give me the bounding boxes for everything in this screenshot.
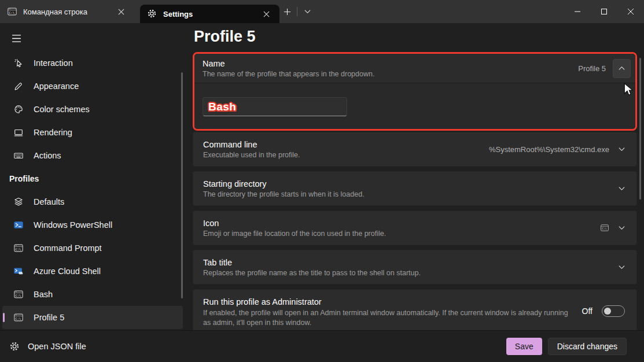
setting-description: Executable used in the profile. bbox=[203, 151, 300, 159]
name-setting-expanded-area: Bash bbox=[194, 83, 635, 129]
close-tab-icon[interactable] bbox=[260, 8, 273, 20]
pointer-icon bbox=[13, 58, 24, 68]
footer-bar: Open JSON file Save Discard changes bbox=[0, 330, 644, 362]
chevron-down-icon bbox=[619, 226, 625, 230]
titlebar: C:\ Командная строка Settings bbox=[0, 0, 644, 23]
setting-label: Command line bbox=[203, 140, 300, 149]
svg-text:C:\: C:\ bbox=[9, 11, 14, 14]
profiles-section-header: Profiles bbox=[0, 167, 191, 190]
powershell-icon bbox=[13, 220, 24, 230]
open-json-file-button[interactable]: Open JSON file bbox=[9, 341, 86, 352]
tab-settings[interactable]: Settings bbox=[140, 5, 279, 23]
chevron-down-icon bbox=[619, 186, 625, 191]
sidebar-item-rendering[interactable]: Rendering bbox=[2, 121, 183, 144]
sidebar-item-label: Command Prompt bbox=[34, 243, 102, 253]
page-title: Profile 5 bbox=[194, 28, 256, 46]
icon-setting-expander[interactable]: Icon Emoji or image file location of the… bbox=[193, 210, 637, 245]
sidebar-item-profile-5[interactable]: C:\ Profile 5 bbox=[2, 306, 183, 329]
close-tab-icon[interactable] bbox=[115, 5, 127, 18]
svg-text:C:\: C:\ bbox=[602, 227, 607, 230]
tab-label: Settings bbox=[163, 10, 254, 19]
layers-icon bbox=[13, 197, 24, 207]
sidebar-item-command-prompt[interactable]: C:\ Command Prompt bbox=[2, 237, 183, 260]
sidebar-item-label: Windows PowerShell bbox=[34, 220, 112, 230]
paintbrush-icon bbox=[13, 81, 24, 91]
new-tab-button[interactable] bbox=[279, 4, 295, 19]
tab-title-setting-expander[interactable]: Tab title Replaces the profile name as t… bbox=[193, 250, 637, 285]
starting-directory-setting-expander[interactable]: Starting directory The directory the pro… bbox=[193, 171, 637, 206]
open-json-file-label: Open JSON file bbox=[28, 342, 86, 351]
profile-name-input-value: Bash bbox=[208, 101, 236, 113]
svg-text:C:\: C:\ bbox=[16, 248, 21, 251]
sidebar-item-actions[interactable]: Actions bbox=[2, 144, 183, 167]
tab-command-prompt[interactable]: C:\ Командная строка bbox=[0, 0, 134, 23]
setting-label: Run this profile as Administrator bbox=[203, 297, 571, 306]
maximize-button[interactable] bbox=[591, 0, 617, 23]
tab-label: Командная строка bbox=[23, 8, 109, 16]
sidebar-item-label: Appearance bbox=[34, 82, 79, 91]
chevron-down-icon bbox=[619, 265, 625, 269]
setting-description: The directory the profile starts in when… bbox=[203, 190, 365, 198]
sidebar-item-label: Defaults bbox=[34, 197, 64, 206]
azure-cloud-shell-icon bbox=[13, 266, 24, 276]
sidebar-item-appearance[interactable]: Appearance bbox=[2, 75, 183, 98]
sidebar-item-label: Interaction bbox=[34, 58, 73, 68]
sidebar-item-label: Color schemes bbox=[34, 105, 90, 114]
hamburger-menu-icon[interactable] bbox=[8, 30, 24, 46]
minimize-button[interactable] bbox=[564, 0, 591, 23]
sidebar-item-label: Actions bbox=[34, 151, 61, 160]
settings-sidebar: Interaction Appearance Color schemes Ren… bbox=[0, 23, 191, 330]
gear-icon bbox=[147, 9, 157, 19]
monitor-icon bbox=[13, 127, 24, 138]
sidebar-nav: Interaction Appearance Color schemes Ren… bbox=[0, 51, 191, 329]
chevron-up-icon bbox=[619, 66, 625, 71]
mouse-cursor-icon bbox=[624, 83, 635, 97]
setting-label: Tab title bbox=[203, 258, 421, 267]
setting-label: Starting directory bbox=[203, 179, 365, 189]
cmd-icon: C:\ bbox=[13, 312, 24, 323]
sidebar-item-azure-cloud-shell[interactable]: Azure Cloud Shell bbox=[2, 260, 183, 283]
name-setting-label: Name bbox=[203, 59, 374, 68]
save-button[interactable]: Save bbox=[506, 338, 542, 355]
sidebar-item-bash[interactable]: C:\ Bash bbox=[2, 283, 183, 306]
cmd-icon: C:\ bbox=[13, 289, 24, 300]
admin-toggle-switch[interactable] bbox=[602, 305, 625, 317]
toggle-knob bbox=[604, 308, 611, 315]
name-setting-expander[interactable]: Name The name of the profile that appear… bbox=[194, 54, 635, 83]
svg-text:C:\: C:\ bbox=[16, 317, 21, 320]
cmd-icon: C:\ bbox=[7, 6, 17, 17]
gear-icon bbox=[9, 341, 20, 352]
discard-changes-button[interactable]: Discard changes bbox=[548, 338, 627, 355]
sidebar-item-label: Profile 5 bbox=[34, 313, 64, 322]
sidebar-item-label: Azure Cloud Shell bbox=[34, 267, 101, 276]
close-window-button[interactable] bbox=[617, 0, 644, 23]
chevron-down-icon bbox=[619, 147, 625, 152]
cmd-icon: C:\ bbox=[13, 243, 24, 253]
sidebar-item-defaults[interactable]: Defaults bbox=[2, 190, 183, 213]
sidebar-item-label: Bash bbox=[34, 290, 53, 299]
terminal-settings-window: C:\ Командная строка Settings bbox=[0, 0, 644, 362]
svg-text:C:\: C:\ bbox=[16, 294, 21, 297]
sidebar-item-interaction[interactable]: Interaction bbox=[2, 51, 183, 75]
setting-description: If enabled, the profile will open in an … bbox=[203, 308, 571, 328]
collapse-button[interactable] bbox=[613, 59, 631, 78]
cmd-icon: C:\ bbox=[600, 223, 609, 232]
sidebar-scrollbar[interactable] bbox=[181, 72, 183, 298]
settings-main-panel: Profile 5 Name The name of the profile t… bbox=[191, 23, 644, 330]
sidebar-item-windows-powershell[interactable]: Windows PowerShell bbox=[2, 213, 183, 237]
setting-label: Icon bbox=[203, 219, 386, 228]
tab-dropdown-button[interactable] bbox=[300, 4, 315, 19]
keyboard-icon bbox=[13, 150, 24, 161]
name-setting-description: The name of the profile that appears in … bbox=[203, 70, 374, 78]
command-line-setting-expander[interactable]: Command line Executable used in the prof… bbox=[193, 132, 637, 167]
name-setting-value: Profile 5 bbox=[578, 64, 606, 73]
sidebar-item-label: Rendering bbox=[34, 128, 72, 137]
titlebar-separator bbox=[297, 7, 297, 16]
sidebar-item-color-schemes[interactable]: Color schemes bbox=[2, 98, 183, 121]
setting-value: %SystemRoot%\System32\cmd.exe bbox=[489, 145, 609, 154]
setting-description: Replaces the profile name as the title t… bbox=[203, 269, 421, 277]
content-scrollbar[interactable] bbox=[639, 58, 641, 200]
annotation-highlight-box: Name The name of the profile that appear… bbox=[193, 52, 637, 131]
profile-name-input[interactable]: Bash bbox=[203, 97, 347, 116]
setting-description: Emoji or image file location of the icon… bbox=[203, 230, 386, 238]
